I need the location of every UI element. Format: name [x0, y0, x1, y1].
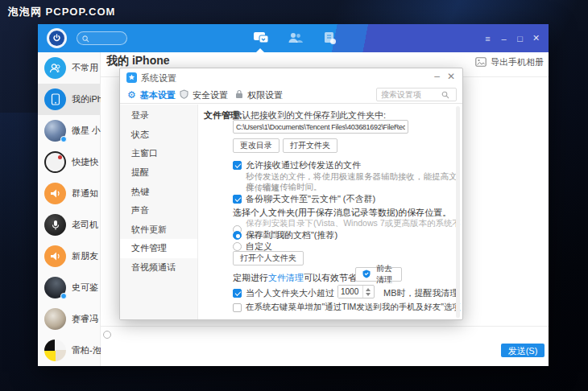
- list-item-new-friends[interactable]: 新朋友: [38, 241, 100, 272]
- open-personal-folder-button[interactable]: 打开个人文件夹: [233, 251, 304, 265]
- tim-app-icon: [126, 72, 137, 83]
- cloud-backup-checkbox[interactable]: [233, 195, 242, 204]
- cleanup-shield-icon: [362, 270, 371, 280]
- shield-icon: [180, 89, 188, 101]
- send-button[interactable]: 发送(S): [501, 344, 545, 357]
- spinner-arrows[interactable]: [362, 286, 372, 298]
- titlebar-nav: [252, 30, 338, 46]
- tab-permission-settings[interactable]: 权限设置: [235, 86, 283, 104]
- list-item-label: 新朋友: [72, 250, 98, 262]
- titlebar-search-input[interactable]: [77, 31, 127, 45]
- export-photos-button[interactable]: 导出手机相册: [475, 56, 544, 68]
- system-settings-dialog: 系统设置 – ✕ ⚙ 基本设置 安全设置 权限设置: [119, 68, 463, 320]
- change-directory-button[interactable]: 更改目录: [233, 138, 280, 153]
- list-item-label: 雷柏-泡: [72, 344, 101, 356]
- list-item-label: 赛睿冯: [72, 313, 98, 325]
- menu-item-reminder[interactable]: 提醒: [120, 163, 197, 183]
- go-cleanup-label: 前去清理: [374, 263, 395, 286]
- conversation-sidebar: 不常用 我的iPh 微星 小 快捷快 群通知 老司机: [38, 52, 101, 366]
- list-item-group-notify[interactable]: 群通知: [38, 178, 100, 209]
- dialog-title: 系统设置: [141, 72, 176, 84]
- spin-down-icon[interactable]: [366, 293, 371, 296]
- menu-item-login[interactable]: 登录: [120, 106, 197, 126]
- minimize-button[interactable]: –: [499, 34, 509, 43]
- go-cleanup-button[interactable]: 前去清理: [355, 267, 402, 282]
- divider: [101, 326, 549, 327]
- search-icon: [82, 31, 89, 46]
- context-menu-label: 在系统右键菜单增加"通过TIM发送到我的手机及好友"选项: [246, 302, 461, 313]
- speaker-icon: [44, 183, 66, 204]
- avatar: [44, 120, 66, 142]
- file-management-panel: 文件管理: 默认把接收到的文件保存到此文件夹中: 更改目录 打开文件夹 允许接收…: [198, 105, 462, 319]
- settings-tab-bar: ⚙ 基本设置 安全设置 权限设置: [120, 86, 462, 104]
- open-folder-button[interactable]: 打开文件夹: [283, 138, 337, 153]
- list-item-label: 群通知: [72, 187, 98, 200]
- phone-device-icon: [44, 88, 66, 110]
- export-photos-label: 导出手机相册: [491, 56, 544, 68]
- avatar: [44, 277, 66, 298]
- list-item-kuaijie[interactable]: 快捷快: [38, 146, 100, 178]
- list-item-sairuifeng[interactable]: 赛睿冯: [38, 303, 100, 335]
- list-item-infrequent[interactable]: 不常用: [38, 52, 100, 84]
- menu-item-status[interactable]: 状态: [120, 126, 197, 145]
- tab-label: 基本设置: [140, 89, 176, 101]
- tab-label: 安全设置: [193, 89, 228, 101]
- cleanup-prefix: 定期进行: [233, 273, 268, 282]
- microphone-icon: [44, 214, 66, 236]
- lock-icon: [235, 89, 243, 101]
- status-badge: [60, 136, 67, 142]
- menu-item-av-calls[interactable]: 音视频通话: [120, 258, 197, 278]
- list-item-label: 老司机: [72, 219, 98, 231]
- cloud-backup-row: 备份聊天文件至"云文件" (不含群): [233, 193, 375, 205]
- menu-item-file-management[interactable]: 文件管理: [120, 239, 197, 258]
- contacts-tab-icon[interactable]: [287, 30, 304, 46]
- maximize-button[interactable]: □: [515, 34, 525, 43]
- settings-search-input[interactable]: [377, 90, 441, 99]
- dialog-minimize-button[interactable]: –: [434, 71, 440, 82]
- tab-security-settings[interactable]: 安全设置: [180, 86, 228, 104]
- status-badge: [60, 293, 67, 299]
- main-menu-button[interactable]: ≡: [482, 34, 493, 43]
- flash-transfer-checkbox[interactable]: [233, 161, 242, 170]
- gear-icon: ⚙: [127, 90, 136, 100]
- list-item-weixing[interactable]: 微星 小: [38, 115, 100, 146]
- menu-item-hotkeys[interactable]: 热键: [120, 182, 197, 201]
- settings-menu: 登录 状态 主窗口 提醒 热键 声音 软件更新 文件管理 音视频通话: [120, 105, 198, 319]
- personal-folder-hint: 选择个人文件夹(用于保存消息记录等数据)的保存位置。: [233, 207, 451, 219]
- menu-item-sound[interactable]: 声音: [120, 201, 197, 220]
- context-menu-checkbox[interactable]: [233, 303, 242, 312]
- search-icon: [441, 88, 449, 102]
- list-item-label: 史可鉴: [72, 282, 98, 294]
- list-item-label: 不常用: [72, 62, 98, 74]
- dialog-header: 系统设置 – ✕: [120, 68, 462, 86]
- window-controls: ≡ – □ ✕: [482, 24, 541, 52]
- dialog-close-button[interactable]: ✕: [447, 71, 455, 82]
- folder-size-suffix: MB时，提醒我清理: [383, 287, 459, 299]
- cloud-backup-label: 备份聊天文件至"云文件" (不含群): [246, 193, 375, 205]
- avatar: [44, 340, 66, 361]
- list-item-shikejian[interactable]: 史可鉴: [38, 272, 100, 303]
- messages-tab-icon[interactable]: [252, 30, 269, 46]
- folder-size-checkbox[interactable]: [233, 289, 242, 298]
- radio-custom[interactable]: [233, 242, 242, 251]
- tab-basic-settings[interactable]: ⚙ 基本设置: [127, 86, 176, 104]
- list-item-label: 微星 小: [72, 125, 101, 137]
- list-item-laosiji[interactable]: 老司机: [38, 209, 100, 241]
- flash-transfer-label: 允许接收通过秒传发送的文件: [246, 159, 361, 171]
- radio-my-docs[interactable]: [233, 231, 242, 240]
- folder-size-row: 当个人文件夹大小超过 MB时，提醒我清理: [233, 287, 459, 299]
- app-logo: [47, 28, 67, 48]
- list-item-rapoo[interactable]: 雷柏-泡: [38, 335, 100, 366]
- file-cleanup-link[interactable]: 文件清理: [268, 273, 304, 282]
- emoji-icon[interactable]: [103, 331, 111, 339]
- save-path-input[interactable]: [233, 120, 408, 134]
- menu-item-main-window[interactable]: 主窗口: [120, 144, 197, 163]
- dialog-scrollbar[interactable]: [456, 106, 460, 318]
- menu-item-software-update[interactable]: 软件更新: [120, 220, 197, 240]
- workspace-tab-icon[interactable]: [321, 30, 338, 46]
- spin-up-icon[interactable]: [366, 288, 371, 291]
- size-value-input[interactable]: [338, 286, 362, 298]
- list-item-my-iphone[interactable]: 我的iPh: [38, 84, 100, 115]
- tim-main-window: ≡ – □ ✕ 不常用 我的iPh 微星 小 快捷快: [38, 24, 549, 366]
- close-button[interactable]: ✕: [531, 33, 541, 43]
